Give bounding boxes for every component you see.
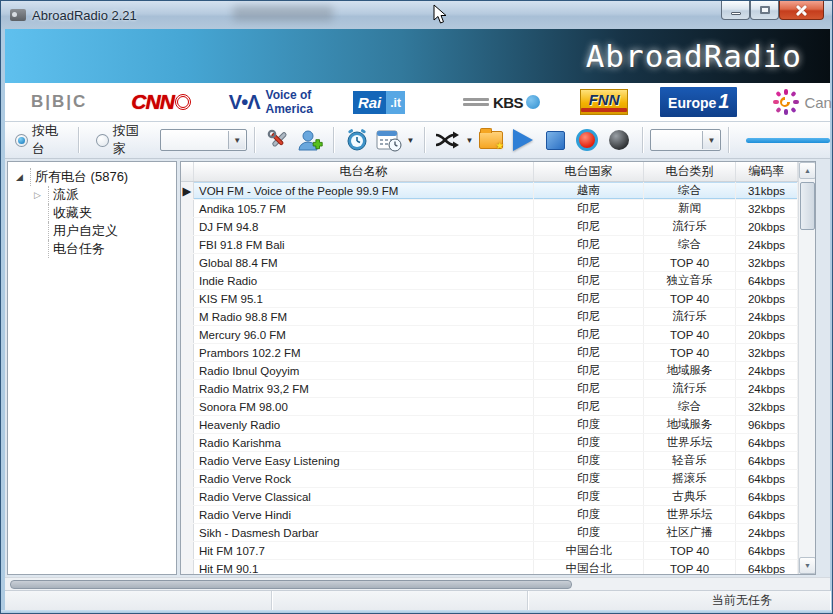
voa-text: Voice of America	[266, 88, 313, 116]
station-bitrate: 64kbps	[736, 470, 798, 487]
favorites-folder-button[interactable]	[477, 126, 505, 154]
alarm-clock-button[interactable]	[343, 126, 371, 154]
scroll-up-icon[interactable]: ▲	[799, 162, 816, 179]
column-header-1[interactable]: 电台国家	[534, 162, 644, 181]
station-bitrate: 20kbps	[736, 218, 798, 235]
table-row[interactable]: Radio Matrix 93,2 FM印尼流行乐24kbps	[181, 380, 815, 398]
station-category: 地域服务	[644, 416, 736, 433]
add-station-button[interactable]	[296, 126, 324, 154]
table-row[interactable]: KIS FM 95.1印尼TOP 4020kbps	[181, 290, 815, 308]
column-header-3[interactable]: 编码率	[736, 162, 798, 181]
toolbar-separator	[254, 127, 255, 153]
station-bitrate: 24kbps	[736, 362, 798, 379]
rai-it-text: .it	[386, 91, 405, 114]
table-row[interactable]: Heavenly Radio印度地域服务96kbps	[181, 416, 815, 434]
alarm-clock-icon	[345, 128, 369, 152]
bbc-logo[interactable]: B|B|C	[31, 92, 87, 112]
table-row[interactable]: Radio Verve Classical印度古典乐64kbps	[181, 488, 815, 506]
fnn-logo[interactable]: FNN	[580, 89, 628, 115]
voa-logo[interactable]: V•Λ Voice of America	[229, 88, 313, 116]
tree-collapsed-icon[interactable]: ▷	[34, 190, 48, 200]
tree-item-4[interactable]: 电台任务	[8, 240, 176, 258]
filter-by-country-radio[interactable]: 按国家	[96, 122, 152, 158]
europe1-logo[interactable]: Europe 1	[660, 87, 737, 117]
toolbar-separator	[728, 127, 729, 153]
row-selector-cell	[181, 236, 194, 253]
column-header-2[interactable]: 电台类别	[644, 162, 736, 181]
station-name: Sikh - Dasmesh Darbar	[194, 524, 534, 541]
canalsur-logo[interactable]: CanalSur	[773, 89, 833, 115]
station-category: 古典乐	[644, 488, 736, 505]
table-row[interactable]: Sikh - Dasmesh Darbar印度社区广播24kbps	[181, 524, 815, 542]
shuffle-dropdown-icon[interactable]: ▼	[465, 136, 473, 145]
table-row[interactable]: Mercury 96.0 FM印尼TOP 4020kbps	[181, 326, 815, 344]
cnn-logo[interactable]: CNN	[131, 90, 191, 114]
station-country: 印度	[534, 470, 644, 487]
stop-button[interactable]	[541, 126, 569, 154]
chevron-down-icon: ▼	[702, 131, 719, 149]
close-button[interactable]	[779, 1, 824, 20]
table-row[interactable]: Radio Karishma印度世界乐坛64kbps	[181, 434, 815, 452]
station-country: 印尼	[534, 326, 644, 343]
station-table: 电台名称电台国家电台类别编码率 ▶VOH FM - Voice of the P…	[180, 161, 816, 575]
table-row[interactable]: Andika 105.7 FM印尼新闻32kbps	[181, 200, 815, 218]
table-row[interactable]: Hit FM 107.7中国台北TOP 4064kbps	[181, 542, 815, 560]
table-row[interactable]: DJ FM 94.8印尼流行乐20kbps	[181, 218, 815, 236]
aljazeera-logo-icon[interactable]	[428, 93, 446, 111]
tree-expanded-icon[interactable]: ◢	[16, 172, 30, 182]
station-bitrate: 32kbps	[736, 344, 798, 361]
mute-button[interactable]	[605, 126, 633, 154]
table-row[interactable]: ▶VOH FM - Voice of the People 99.9 FM越南综…	[181, 182, 815, 200]
scrollbar-thumb[interactable]	[800, 182, 815, 230]
shuffle-button[interactable]	[434, 126, 462, 154]
column-header-0[interactable]: 电台名称	[194, 162, 534, 181]
horizontal-scrollbar-thumb[interactable]	[10, 580, 572, 589]
kbs-logo[interactable]: KBS	[463, 94, 540, 111]
filter-by-station-radio[interactable]: 按电台	[15, 122, 71, 158]
table-row[interactable]: Indie Radio印尼独立音乐64kbps	[181, 272, 815, 290]
station-category: 独立音乐	[644, 272, 736, 289]
table-row[interactable]: Hit FM 90.1中国台北TOP 4064kbps	[181, 560, 815, 575]
volume-slider[interactable]	[746, 138, 830, 143]
station-country: 印尼	[534, 254, 644, 271]
table-row[interactable]: Radio Ibnul Qoyyim印尼地域服务24kbps	[181, 362, 815, 380]
station-category: 流行乐	[644, 218, 736, 235]
settings-tools-button[interactable]	[264, 126, 292, 154]
rai-logo[interactable]: Rai .it	[353, 91, 405, 114]
table-row[interactable]: Radio Verve Easy Listening印度轻音乐64kbps	[181, 452, 815, 470]
title-bar[interactable]: AbroadRadio 2.21	[1, 1, 832, 29]
play-button[interactable]	[509, 126, 537, 154]
table-row[interactable]: Sonora FM 98.00印尼综合32kbps	[181, 398, 815, 416]
station-bitrate: 64kbps	[736, 488, 798, 505]
record-button[interactable]	[573, 126, 601, 154]
table-header: 电台名称电台国家电台类别编码率	[181, 162, 815, 182]
schedule-button[interactable]	[375, 126, 403, 154]
table-row[interactable]: Radio Verve Hindi印度世界乐坛64kbps	[181, 506, 815, 524]
station-country: 印度	[534, 524, 644, 541]
tree-item-0[interactable]: ◢所有电台 (5876)	[8, 168, 176, 186]
tree-item-1[interactable]: ▷流派	[8, 186, 176, 204]
tree-item-3[interactable]: 用户自定义	[8, 222, 176, 240]
tree-item-2[interactable]: 收藏夹	[8, 204, 176, 222]
minimize-button[interactable]	[721, 1, 750, 20]
table-row[interactable]: M Radio 98.8 FM印尼流行乐24kbps	[181, 308, 815, 326]
station-bitrate: 20kbps	[736, 290, 798, 307]
europe1-digit: 1	[718, 90, 729, 113]
table-row[interactable]: Radio Verve Rock印度摇滚乐64kbps	[181, 470, 815, 488]
table-row[interactable]: Global 88.4 FM印尼TOP 4032kbps	[181, 254, 815, 272]
station-country: 印尼	[534, 290, 644, 307]
row-selector-cell	[181, 542, 194, 559]
scroll-down-icon[interactable]: ▼	[799, 557, 816, 574]
schedule-dropdown-icon[interactable]: ▼	[407, 136, 415, 145]
horizontal-scrollbar[interactable]	[5, 577, 830, 590]
station-name: Indie Radio	[194, 272, 534, 289]
row-selector-cell	[181, 362, 194, 379]
quality-combobox[interactable]: ▼	[650, 129, 722, 151]
table-row[interactable]: Prambors 102.2 FM印尼TOP 4032kbps	[181, 344, 815, 362]
table-row[interactable]: FBI 91.8 FM Bali印尼综合24kbps	[181, 236, 815, 254]
country-combobox[interactable]: ▼	[160, 129, 248, 151]
station-name: Hit FM 90.1	[194, 560, 534, 575]
vertical-scrollbar[interactable]: ▲ ▼	[798, 162, 815, 574]
station-name: Radio Verve Easy Listening	[194, 452, 534, 469]
maximize-button[interactable]	[750, 1, 779, 20]
